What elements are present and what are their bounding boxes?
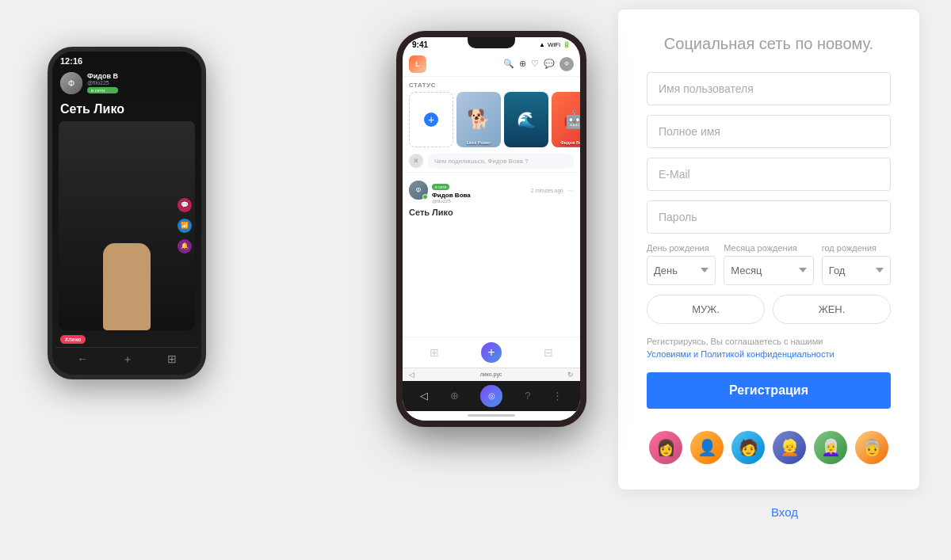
stories-label: СТАТУС <box>409 82 574 89</box>
browser-bar: ◁ лико.рус ↻ <box>403 368 580 381</box>
year-label: год рождения <box>822 243 891 253</box>
avatar-4: 👱 <box>773 431 806 464</box>
gender-female-btn[interactable]: ЖЕН. <box>773 295 891 324</box>
back-phone-title: Сеть Лико <box>55 97 198 121</box>
registration-form: Социальная сеть по новому. День рождения… <box>618 10 919 490</box>
day-label: День рождения <box>647 243 716 253</box>
back-user-handle: @filo225 <box>87 80 118 86</box>
refresh-btn[interactable]: ↻ <box>567 371 574 379</box>
browser-more-icon[interactable]: ⋮ <box>552 390 563 402</box>
month-label: Месяца рождения <box>724 243 813 253</box>
post-user-name: Фидов Вова <box>432 192 527 199</box>
post-time: 2 minutes ago <box>531 188 563 193</box>
stories-row: + 🐕 Lexx Power 🌊 🤖 <box>409 92 574 147</box>
back-nav-grid-icon[interactable]: ⊞ <box>167 352 177 367</box>
search-icon[interactable]: 🔍 <box>503 59 514 69</box>
phone-back: 12:16 Ф Фидов В @filo225 в сети Сеть Лик… <box>48 47 206 379</box>
home-indicator <box>403 411 580 421</box>
story-item-2[interactable]: 🌊 <box>504 92 548 147</box>
post-input-area: ✕ Чем поделишься, Фидов Вова ? <box>403 150 580 173</box>
online-indicator <box>422 194 428 200</box>
chat-icon[interactable]: 💬 <box>544 59 555 69</box>
post-menu-icon[interactable]: ··· <box>567 186 574 195</box>
story-label-1: Lexx Power <box>456 140 501 145</box>
back-nav-back-icon[interactable]: ← <box>77 352 88 367</box>
back-user-name: Фидов В <box>87 72 118 80</box>
avatar-3: 🧑 <box>731 431 765 464</box>
back-user-avatar: Ф <box>60 72 82 94</box>
fullname-input[interactable] <box>647 115 891 148</box>
browser-new-tab-icon[interactable]: ⊕ <box>450 390 459 402</box>
month-select[interactable]: Месяц ЯнварьФевраль <box>724 256 813 285</box>
user-avatars-row: 👩 👤 🧑 👱 👩‍🦳 👵 <box>647 431 891 464</box>
post-user-info: в сети Фидов Вова @filo225 <box>432 177 527 204</box>
day-select[interactable]: День 123 <box>647 256 716 285</box>
back-nav-add-icon[interactable]: ＋ <box>122 352 133 367</box>
phone-bottom-nav: ⊞ + ⊟ <box>403 337 580 368</box>
status-icons: ▲ WiFi 🔋 <box>539 41 571 48</box>
password-input[interactable] <box>647 200 891 234</box>
user-avatar-icon[interactable]: Ф <box>560 57 574 71</box>
gender-male-btn[interactable]: МУЖ. <box>647 295 765 324</box>
post-online-badge: в сети <box>432 184 449 190</box>
header-icons: 🔍 ⊕ ♡ 💬 Ф <box>503 57 574 71</box>
story-item-1[interactable]: 🐕 Lexx Power <box>456 92 501 147</box>
post-user-row: Ф в сети Фидов Вова @filo225 2 minutes a… <box>409 177 574 204</box>
post-title: Сеть Лико <box>409 206 574 219</box>
page-wrapper: 12:16 Ф Фидов В @filo225 в сети Сеть Лик… <box>0 0 951 560</box>
notch <box>468 37 515 48</box>
browser-nav: ◁ ⊕ ◎ ? ⋮ <box>403 381 580 411</box>
back-image-area: 💬 📶 🔔 <box>59 121 195 330</box>
login-section: Вход <box>771 505 798 520</box>
app-header: L 🔍 ⊕ ♡ 💬 Ф <box>403 52 580 77</box>
story-item-3[interactable]: 🤖 Фидов Вова <box>552 92 586 147</box>
add-story-btn[interactable]: + <box>409 92 453 147</box>
avatar-1: 👩 <box>649 431 682 464</box>
email-input[interactable] <box>647 158 891 191</box>
username-input[interactable] <box>647 72 891 105</box>
app-logo: L <box>409 55 426 73</box>
liko-badge: #лико <box>60 335 86 344</box>
post-user-avatar: Ф <box>409 181 428 200</box>
stories-section: СТАТУС + 🐕 Lexx Power 🌊 <box>403 77 580 150</box>
phone-front: 9:41 ▲ WiFi 🔋 L 🔍 ⊕ <box>396 31 586 427</box>
story-label-3: Фидов Вова <box>552 140 586 145</box>
notch-area: 9:41 ▲ WiFi 🔋 <box>403 37 580 52</box>
right-section: Социальная сеть по новому. День рождения… <box>618 10 951 551</box>
post-input[interactable]: Чем поделишься, Фидов Вова ? <box>428 154 574 169</box>
post-card: Ф в сети Фидов Вова @filo225 2 minutes a… <box>403 173 580 223</box>
back-phone-time: 12:16 <box>52 51 201 66</box>
heart-icon[interactable]: ♡ <box>531 59 539 69</box>
avatar-5: 👩‍🦳 <box>814 431 847 464</box>
grid-nav-icon[interactable]: ⊞ <box>430 346 439 359</box>
form-title: Социальная сеть по новому. <box>647 35 891 53</box>
phones-section: 12:16 Ф Фидов В @filo225 в сети Сеть Лик… <box>0 23 618 538</box>
back-btn[interactable]: ◁ <box>409 371 414 379</box>
back-floating-icons: 💬 📶 🔔 <box>178 198 192 253</box>
add-story-icon: + <box>424 112 438 127</box>
year-select[interactable]: Год 200019991990 <box>822 256 891 285</box>
birthday-row: День рождения День 123 Месяца рождения М… <box>647 243 891 285</box>
add-nav-btn[interactable]: + <box>481 342 502 363</box>
login-link[interactable]: Вход <box>771 505 798 519</box>
home-bar <box>468 414 515 417</box>
browser-info-icon[interactable]: ? <box>525 390 530 402</box>
avatar-6: 👵 <box>855 431 888 464</box>
browser-url: лико.рус <box>480 371 502 377</box>
browser-home-btn[interactable]: ◎ <box>480 385 502 407</box>
birthday-year-field: год рождения Год 200019991990 <box>822 243 891 285</box>
terms-link[interactable]: Условиями и Политикой конфиденциальности <box>647 349 835 359</box>
apps-nav-icon[interactable]: ⊟ <box>544 346 553 359</box>
terms-text: Регистрируясь, Вы соглашаетесь с нашими … <box>647 335 891 361</box>
browser-back-icon[interactable]: ◁ <box>420 390 428 402</box>
back-bottom-nav: ← ＋ ⊞ <box>55 347 198 371</box>
front-phone-time: 9:41 <box>412 40 428 49</box>
avatar-2: 👤 <box>690 431 724 464</box>
birthday-day-field: День рождения День 123 <box>647 243 716 285</box>
gender-row: МУЖ. ЖЕН. <box>647 295 891 324</box>
birthday-month-field: Месяца рождения Месяц ЯнварьФевраль <box>724 243 813 285</box>
compass-icon[interactable]: ⊕ <box>519 59 526 69</box>
post-user-handle: @filo225 <box>432 199 527 204</box>
register-button[interactable]: Регистрация <box>647 372 891 409</box>
post-cancel-btn[interactable]: ✕ <box>409 154 423 168</box>
